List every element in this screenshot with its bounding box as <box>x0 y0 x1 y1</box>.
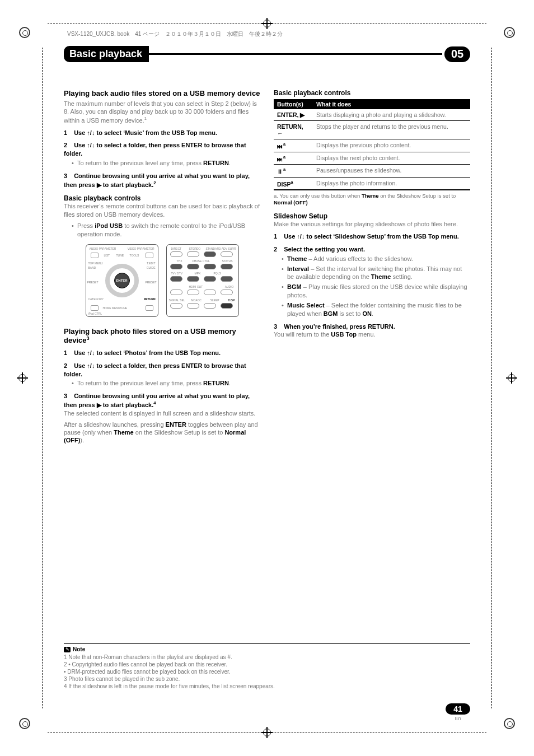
remote-button <box>91 253 99 258</box>
list-item: To return to the previous level any time… <box>72 159 260 167</box>
remote-label: STATUS <box>222 259 233 263</box>
remote-button <box>146 253 153 258</box>
remote-button <box>221 276 233 282</box>
bullet-list: Press iPod USB to switch the remote cont… <box>72 222 260 239</box>
page-number-value: 41 <box>446 703 470 715</box>
remote-label: TOOLS <box>130 254 139 257</box>
remote-button <box>204 303 216 309</box>
bullet-list: To return to the previous level any time… <box>72 379 260 388</box>
table-footnote: a. You can only use this button when The… <box>274 193 470 207</box>
step-2: 2 Use ↑/↓ to select a folder, then press… <box>64 362 260 379</box>
list-item: Theme – Add various effects to the slide… <box>282 255 470 263</box>
remote-button <box>91 305 99 311</box>
remote-label: MCACC <box>191 298 202 302</box>
remote-label: RETURN <box>144 297 156 301</box>
body-text: Make the various settings for playing sl… <box>274 220 470 228</box>
remote-button <box>204 251 216 257</box>
bullet-list: Theme – Add various effects to the slide… <box>282 255 470 318</box>
remote-label: THX <box>177 259 182 263</box>
step-1: 1 Use ↑/↓ to select ‘Photos’ from the US… <box>64 349 260 357</box>
body-text: After a slideshow launches, pressing ENT… <box>64 421 260 445</box>
remote-button <box>187 303 199 309</box>
remote-label: PRESET <box>87 281 99 284</box>
remote-label: iPod CTRL <box>88 312 102 315</box>
remote-label: PRESET <box>145 281 156 284</box>
remote-label: SIGNAL SEL <box>169 298 185 302</box>
remote-label: AUDIO PARAMETER <box>90 247 116 250</box>
remote-label: PQLS <box>214 272 221 275</box>
remote-label: LIST <box>104 254 110 257</box>
title-rule <box>149 53 442 55</box>
remote-label: VIDEO PARAMETER <box>128 247 154 250</box>
subheading-basic-playback-controls: Basic playback controls <box>274 89 470 97</box>
footnote-item: • DRM-protected audio files cannot be pl… <box>64 668 470 675</box>
table-header-buttons: Button(s) <box>274 99 313 109</box>
left-column: Playing back audio files stored on a USB… <box>64 89 260 448</box>
step-3: 3 When you’re finished, press RETURN. <box>274 323 470 331</box>
body-text: The maximum number of levels that you ca… <box>64 100 260 124</box>
remote-button <box>170 303 182 309</box>
subheading-basic-playback-controls: Basic playback controls <box>64 194 260 202</box>
remote-button <box>170 264 182 269</box>
table-row: DISPaDisplays the photo information. <box>274 177 470 190</box>
note-label: ✎ Note <box>64 646 85 652</box>
table-row: ⏮aDisplays the previous photo content. <box>274 139 470 152</box>
step-3: 3 Continue browsing until you arrive at … <box>64 392 260 409</box>
registration-mark <box>504 718 515 729</box>
remote-button <box>146 305 153 311</box>
crop-guide <box>42 48 43 708</box>
list-item: To return to the previous level any time… <box>72 379 260 388</box>
body-text: The selected content is displayed in ful… <box>64 409 260 417</box>
remote-button <box>187 276 199 282</box>
step-3: 3 Continue browsing until you arrive at … <box>64 172 260 189</box>
remote-diagram-transport: DIRECT STEREO STANDARD ADV SURR THX PHAS… <box>166 244 239 317</box>
list-item: Press iPod USB to switch the remote cont… <box>72 222 260 239</box>
remote-label: DIRECT <box>171 247 182 250</box>
chapter-title-bar: Basic playback 05 <box>64 46 470 62</box>
remote-label: STANDARD <box>206 247 221 250</box>
table-row: ENTER, ▶Starts displaying a photo and pl… <box>274 109 470 121</box>
right-column: Basic playback controls Button(s) What i… <box>274 89 470 448</box>
remote-label: MPX <box>195 272 201 275</box>
remote-label: TOP MENU <box>88 262 103 265</box>
registration-mark <box>19 27 30 38</box>
remote-button <box>204 264 216 269</box>
print-header: VSX-1120_UXJCB. book 41 ページ ２０１０年３月１０日 水… <box>67 30 467 38</box>
remote-label: HOME MENU <box>103 306 120 310</box>
list-item: Music Select – Select the folder contain… <box>282 301 470 318</box>
remote-label: HDMI OUT <box>189 285 203 288</box>
remote-button <box>221 290 233 295</box>
step-1: 1 Use ↑/↓ to select ‘Slideshow Setup’ fr… <box>274 232 470 241</box>
crop-guide <box>491 48 492 708</box>
remote-button <box>221 303 233 309</box>
remote-button <box>187 264 199 269</box>
remote-label: BAND <box>88 266 96 269</box>
remote-button <box>170 276 182 282</box>
page-lang: En <box>446 716 470 721</box>
table-row: ⏭aDisplays the next photo content. <box>274 152 470 165</box>
remote-label: SLEEP <box>210 298 219 302</box>
crosshair <box>506 372 517 384</box>
list-item: BGM – Play music files stored on the USB… <box>282 283 470 300</box>
remote-label: DISP <box>228 298 235 302</box>
registration-mark <box>504 27 515 38</box>
crop-guide <box>48 732 486 732</box>
body-text: This receiver’s remote control buttons c… <box>64 202 260 218</box>
crosshair <box>17 372 28 384</box>
step-2: 2 Use ↑/↓ to select a folder, then press… <box>64 141 260 158</box>
remote-diagram-row: AUDIO PARAMETER VIDEO PARAMETER LIST TUN… <box>64 244 260 317</box>
registration-mark <box>19 718 30 729</box>
step-2: 2 Select the setting you want. <box>274 245 470 254</box>
remote-enter-button: ENTER <box>114 273 130 288</box>
table-row: RETURN, ←Stops the player and returns to… <box>274 121 470 139</box>
footnotes: ✎ Note 1 Note that non-Roman characters … <box>64 643 470 690</box>
page-content: VSX-1120_UXJCB. book 41 ページ ２０１０年３月１０日 水… <box>64 29 470 727</box>
footnote-item: 1 Note that non-Roman characters in the … <box>64 654 470 661</box>
remote-button <box>204 276 216 282</box>
section-heading-usb-audio: Playing back audio files stored on a USB… <box>64 89 260 97</box>
remote-button <box>170 251 182 257</box>
remote-button <box>170 290 182 295</box>
step-1: 1 Use ↑/↓ to select ‘Music’ from the USB… <box>64 129 260 137</box>
footnote-item: 2 • Copyrighted audio files cannot be pl… <box>64 661 470 668</box>
footnote-item: 3 Photo files cannot be played in the su… <box>64 675 470 683</box>
